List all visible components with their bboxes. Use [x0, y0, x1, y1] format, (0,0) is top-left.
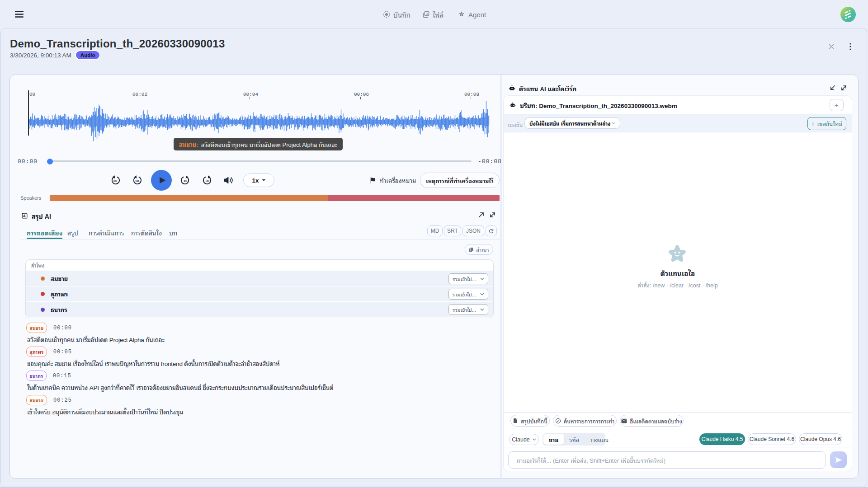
- svg-text:30: 30: [206, 179, 209, 183]
- svg-text:10: 10: [184, 179, 187, 183]
- svg-text:10: 10: [135, 179, 139, 183]
- svg-text:30: 30: [113, 179, 117, 183]
